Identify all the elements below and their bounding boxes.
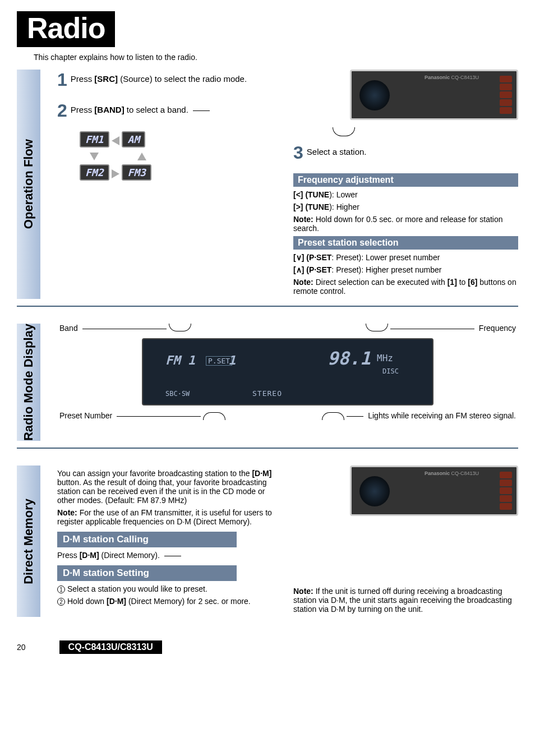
dm-calling-header: D·M station Calling: [57, 532, 237, 547]
label-preset-number: Preset Number: [59, 411, 112, 420]
t: Note:: [293, 587, 313, 596]
dm-para: You can assign your favorite broadcastin…: [57, 469, 282, 505]
t: [D·M]: [252, 469, 271, 478]
dm-setting-step1: 1Select a station you would like to pres…: [57, 584, 282, 593]
preset-higher: [∧] (P·SET: Preset): Higher preset numbe…: [293, 265, 518, 274]
t: Panasonic: [425, 471, 450, 476]
circled-1-icon: 1: [57, 586, 65, 593]
t: CQ-C8413U: [451, 75, 479, 80]
step-2: 2 Press [BAND] to select a band.: [57, 100, 282, 121]
t: (Source) to select the radio mode.: [118, 74, 247, 84]
device-illustration: Panasonic CQ-C8413U: [350, 70, 518, 120]
page-title: Radio: [17, 11, 115, 47]
step-number-3: 3: [293, 142, 303, 163]
section-radio-mode-display: Radio Mode Display Band Frequency FM 1 P…: [17, 324, 518, 449]
t: [∧] (: [293, 265, 309, 274]
lcd-display: FM 1 P.SET 1 98.1 MHz DISC STEREO SBC·SW: [142, 338, 433, 405]
dm-setting-step2: 2Hold down [D·M] (Direct Memory) for 2 s…: [57, 597, 282, 606]
step-3: 3 Select a station.: [293, 142, 518, 163]
preset-lower: [∨] (P·SET: Preset): Lower preset number: [293, 253, 518, 262]
t: [>] (: [293, 202, 308, 211]
t: Hold down: [67, 597, 107, 606]
side-label-text: Operation Flow: [21, 139, 36, 229]
arrow-right-icon: [112, 169, 119, 178]
lcd-unit: MHz: [377, 353, 393, 363]
arrow-up-icon: [137, 153, 146, 160]
t: ): Higher: [329, 202, 359, 211]
t: [1]: [448, 278, 457, 287]
page-footer: 20 CQ-C8413U/C8313U: [17, 640, 518, 654]
band-chip-fm1: FM1: [80, 131, 109, 147]
t: Direct selection can be executed with: [313, 278, 448, 287]
step-1-text: Press [SRC] (Source) to select the radio…: [71, 70, 247, 84]
t: Press: [57, 551, 80, 560]
t: Note:: [293, 278, 313, 287]
band-diagram: FM1 AM FM2 FM3: [80, 131, 282, 181]
t: [6]: [468, 278, 477, 287]
t: to: [457, 278, 468, 287]
t: : Preset): Higher preset number: [331, 265, 441, 274]
lcd-preset-number: 1: [228, 353, 236, 367]
t: Note:: [293, 215, 313, 224]
t: TUNE: [308, 202, 329, 211]
band-chip-fm2: FM2: [80, 164, 109, 181]
band-chip-fm3: FM3: [122, 164, 151, 181]
t: P·SET: [309, 265, 331, 274]
t: button. As the result of doing that, you…: [57, 478, 267, 505]
t: [<] (: [293, 190, 308, 199]
arrow-left-icon: [112, 136, 119, 145]
section-direct-memory: Direct Memory You can assign your favori…: [17, 465, 518, 624]
preset-note: Note: Direct selection can be executed w…: [293, 278, 518, 296]
t: You can assign your favorite broadcastin…: [57, 469, 252, 478]
preset-select-header: Preset station selection: [293, 236, 518, 250]
dm-setting-header: D·M station Setting: [57, 565, 237, 581]
side-label-direct-memory: Direct Memory: [17, 465, 40, 617]
step-number-2: 2: [57, 100, 67, 121]
step-2-text: Press [BAND] to select a band.: [71, 100, 210, 114]
side-label-radio-mode-display: Radio Mode Display: [17, 324, 40, 441]
t: P·SET: [309, 253, 331, 262]
t: If the unit is turned off during receivi…: [293, 587, 512, 614]
lcd-band: FM 1: [165, 353, 195, 367]
t: ): Lower: [329, 190, 358, 199]
circled-2-icon: 2: [57, 598, 65, 606]
side-label-operation-flow: Operation Flow: [17, 70, 40, 299]
band-chip-am: AM: [122, 131, 145, 147]
step-3-text: Select a station.: [307, 142, 367, 156]
freq-note: Note: Hold down for 0.5 sec. or more and…: [293, 215, 518, 233]
t: [BAND]: [94, 105, 124, 114]
intro-text: This chapter explains how to listen to t…: [34, 53, 518, 62]
dm-right-note: Note: If the unit is turned off during r…: [293, 587, 518, 614]
t: Select a station you would like to prese…: [67, 584, 207, 593]
section-operation-flow: Operation Flow 1 Press [SRC] (Source) to…: [17, 70, 518, 307]
freq-adjust-header: Frequency adjustment: [293, 173, 518, 187]
t: Note:: [57, 508, 77, 517]
device-brand-text: Panasonic CQ-C8413U: [425, 75, 479, 80]
step-number-1: 1: [57, 70, 67, 90]
freq-lower: [<] (TUNE): Lower: [293, 190, 518, 199]
dm-calling-text: Press [D·M] (Direct Memory).: [57, 551, 282, 560]
t: Press: [71, 74, 95, 84]
t: For the use of an FM transmitter, it is …: [57, 508, 272, 526]
t: to select a band.: [124, 105, 188, 114]
side-label-text: Radio Mode Display: [21, 324, 36, 441]
step-1: 1 Press [SRC] (Source) to select the rad…: [57, 70, 282, 90]
lcd-sbc: SBC·SW: [165, 390, 190, 398]
label-frequency: Frequency: [479, 324, 516, 333]
side-label-text: Direct Memory: [21, 499, 36, 584]
page-number: 20: [17, 643, 26, 652]
label-stereo: Lights while receiving an FM stereo sign…: [368, 411, 516, 420]
device-brand-text: Panasonic CQ-C8413U: [425, 471, 479, 476]
t: : Preset): Lower preset number: [331, 253, 440, 262]
t: Hold down for 0.5 sec. or more and relea…: [293, 215, 503, 233]
t: [D·M]: [107, 597, 126, 606]
model-badge: CQ-C8413U/C8313U: [59, 640, 162, 654]
callout-arc-icon: [333, 127, 355, 136]
t: [∨] (: [293, 253, 309, 262]
t: CQ-C8413U: [451, 471, 479, 476]
t: (Direct Memory).: [99, 551, 160, 560]
lcd-frequency: 98.1: [328, 348, 371, 369]
t: TUNE: [308, 190, 329, 199]
label-band: Band: [59, 324, 78, 333]
dm-para-note: Note: For the use of an FM transmitter, …: [57, 508, 282, 526]
